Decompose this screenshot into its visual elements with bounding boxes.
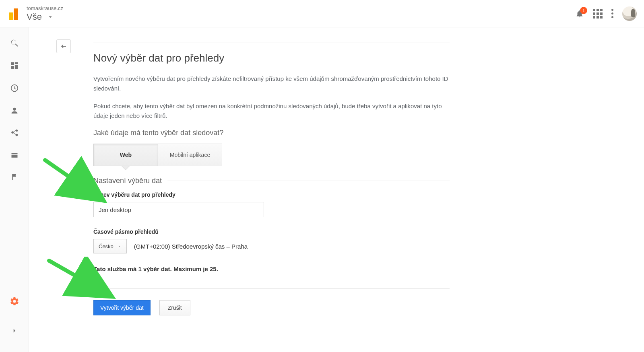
more-menu-button[interactable]: [611, 9, 613, 18]
search-icon: [10, 39, 19, 47]
property-selector[interactable]: tomaskrause.cz Vše: [27, 5, 63, 22]
description-2: Pokud chcete, aby tento výběr dat byl om…: [93, 101, 450, 121]
create-view-button[interactable]: Vytvořit výběr dat: [93, 300, 151, 315]
toggle-web-label: Web: [120, 152, 132, 158]
property-view: Vše: [27, 12, 42, 22]
chevron-down-icon: [118, 244, 122, 248]
left-nav-rail: [0, 27, 29, 352]
platform-toggle: Web Mobilní aplikace: [93, 144, 450, 166]
timezone-country-value: Česko: [99, 243, 114, 249]
quota-text: Tato služba má 1 výběr dat. Maximum je 2…: [93, 266, 450, 272]
content-area: Nový výběr dat pro přehledy Vytvořením n…: [29, 27, 644, 352]
nav-collapse[interactable]: [11, 327, 18, 334]
nav-search[interactable]: [10, 39, 19, 47]
toggle-mobile-label: Mobilní aplikace: [170, 152, 210, 158]
nav-audience[interactable]: [10, 106, 19, 115]
flag-icon: [10, 173, 19, 181]
chevron-right-icon: [11, 327, 18, 334]
divider: [93, 43, 450, 43]
view-name-input[interactable]: [93, 202, 264, 217]
back-arrow-icon: [60, 43, 68, 50]
gear-icon: [10, 296, 19, 306]
dashboard-icon: [10, 61, 19, 70]
track-question: Jaké údaje má tento výběr dat sledovat?: [93, 129, 450, 137]
description-1: Vytvořením nového výběru dat pro přehled…: [93, 74, 450, 93]
back-button[interactable]: [56, 39, 71, 53]
clock-icon: [10, 84, 19, 93]
page-title: Nový výběr dat pro přehledy: [93, 52, 450, 64]
timezone-country-dropdown[interactable]: Česko: [93, 239, 127, 253]
product-logo: [6, 8, 24, 20]
toggle-mobile[interactable]: Mobilní aplikace: [158, 144, 222, 166]
notification-badge: 1: [580, 7, 587, 14]
view-name-label: Název výběru dat pro přehledy: [93, 191, 450, 198]
nav-admin[interactable]: [10, 296, 19, 306]
divider: [93, 288, 450, 289]
window-icon: [10, 151, 19, 159]
nav-behavior[interactable]: [10, 151, 19, 159]
account-avatar[interactable]: [622, 6, 637, 21]
chevron-down-icon: [47, 13, 54, 21]
timezone-detail: (GMT+02:00) Středoevropský čas – Praha: [134, 243, 248, 250]
nav-acquisition[interactable]: [10, 129, 19, 138]
nav-conversions[interactable]: [10, 173, 19, 181]
toggle-active-pointer: [122, 166, 130, 170]
apps-icon[interactable]: [593, 9, 603, 19]
settings-heading: Nastavení výběru dat: [93, 177, 450, 185]
person-icon: [10, 106, 19, 115]
analytics-icon: [9, 8, 21, 20]
nav-dashboard[interactable]: [10, 61, 19, 70]
share-icon: [10, 129, 19, 138]
notifications-button[interactable]: 1: [575, 9, 584, 18]
toggle-web[interactable]: Web: [93, 144, 158, 166]
timezone-label: Časové pásmo přehledů: [93, 228, 450, 235]
svg-line-0: [45, 160, 97, 196]
cancel-button[interactable]: Zrušit: [159, 300, 190, 315]
property-domain: tomaskrause.cz: [27, 5, 63, 12]
header: tomaskrause.cz Vše 1: [0, 0, 644, 27]
nav-realtime[interactable]: [10, 84, 19, 93]
